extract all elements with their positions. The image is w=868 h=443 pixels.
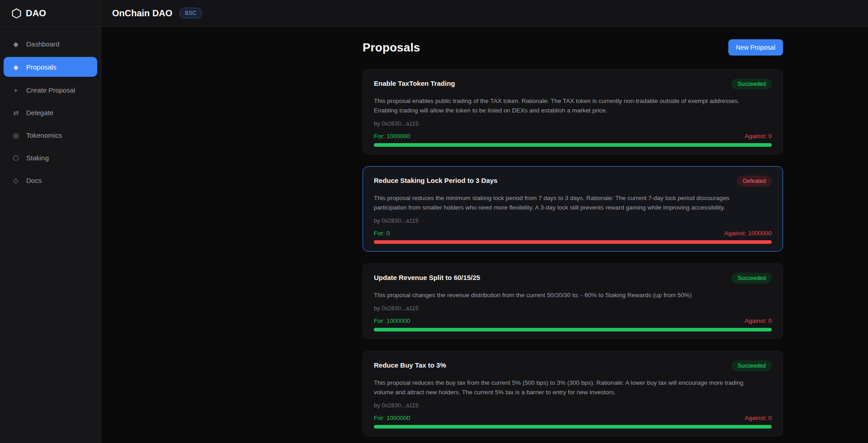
- status-badge: Succeeded: [731, 360, 772, 371]
- proposal-card[interactable]: Update Revenue Split to 60/15/25 Succeed…: [363, 263, 783, 339]
- proposal-author: by 0x2830...a115: [374, 402, 772, 409]
- proposal-card-header: Reduce Buy Tax to 3% Succeeded: [374, 361, 772, 371]
- sidebar-item-label: Staking: [26, 154, 49, 162]
- against-votes-label: Against: 0: [745, 415, 772, 421]
- vote-progress-bar: [374, 425, 772, 429]
- staking-hexagon-icon: ⬡: [11, 154, 20, 161]
- sidebar-item-tokenomics[interactable]: ◎ Tokenomics: [4, 126, 97, 145]
- proposal-author: by 0x2830...a115: [374, 305, 772, 312]
- sidebar-item-label: Dashboard: [26, 40, 59, 48]
- proposal-card-header: Enable TaxToken Trading Succeeded: [374, 79, 772, 89]
- proposal-description: This proposal changes the revenue distri…: [374, 290, 763, 300]
- delegate-arrows-icon: ⇄: [11, 109, 20, 116]
- vote-progress-bar: [374, 240, 772, 244]
- sidebar-item-label: Create Proposal: [26, 86, 75, 94]
- network-badge: BSC: [179, 8, 202, 19]
- for-bar-segment: [374, 143, 772, 147]
- votes-row: For: 1000000 Against: 0: [374, 133, 772, 140]
- new-proposal-button[interactable]: New Proposal: [728, 39, 783, 56]
- page-title: Proposals: [363, 41, 420, 55]
- proposals-diamond-icon: ◈: [11, 64, 20, 70]
- brand[interactable]: DAO: [0, 0, 101, 27]
- dashboard-diamond-icon: ◆: [11, 41, 20, 47]
- status-badge: Defeated: [737, 176, 772, 187]
- app-title: OnChain DAO: [112, 8, 172, 19]
- for-votes-label: For: 1000000: [374, 415, 410, 421]
- vote-progress-bar: [374, 328, 772, 331]
- proposal-title: Enable TaxToken Trading: [374, 79, 455, 87]
- votes-row: For: 1000000 Against: 0: [374, 415, 772, 421]
- votes-row: For: 0 Against: 1000000: [374, 230, 772, 237]
- plus-icon: +: [11, 87, 20, 93]
- proposal-author: by 0x2830...a115: [374, 217, 772, 224]
- sidebar-nav: ◆ Dashboard ◈ Proposals + Create Proposa…: [0, 27, 101, 201]
- for-votes-label: For: 1000000: [374, 133, 410, 140]
- status-badge: Succeeded: [731, 79, 772, 89]
- for-bar-segment: [374, 425, 772, 429]
- for-bar-segment: [374, 328, 772, 331]
- tokenomics-target-icon: ◎: [11, 132, 20, 139]
- main-area: Proposals New Proposal Enable TaxToken T…: [101, 27, 868, 443]
- sidebar-item-proposals[interactable]: ◈ Proposals: [4, 57, 97, 77]
- sidebar-item-label: Proposals: [26, 63, 57, 71]
- proposal-title: Reduce Buy Tax to 3%: [374, 361, 446, 369]
- topbar: OnChain DAO BSC: [101, 0, 868, 27]
- proposal-card[interactable]: Reduce Buy Tax to 3% Succeeded This prop…: [363, 351, 783, 436]
- proposal-card-header: Reduce Staking Lock Period to 3 Days Def…: [374, 177, 772, 187]
- against-bar-segment: [374, 240, 772, 244]
- status-badge: Succeeded: [731, 273, 772, 284]
- sidebar-item-delegate[interactable]: ⇄ Delegate: [4, 103, 97, 122]
- proposal-card[interactable]: Enable TaxToken Trading Succeeded This p…: [363, 69, 783, 154]
- vote-progress-bar: [374, 143, 772, 147]
- proposal-title: Reduce Staking Lock Period to 3 Days: [374, 177, 497, 184]
- proposal-author: by 0x2830...a115: [374, 120, 772, 127]
- sidebar: DAO ◆ Dashboard ◈ Proposals + Create Pro…: [0, 0, 101, 443]
- right-column: OnChain DAO BSC Proposals New Proposal E…: [101, 0, 868, 443]
- brand-name: DAO: [26, 8, 46, 19]
- heading-row: Proposals New Proposal: [363, 39, 783, 56]
- docs-diamond-icon: ◇: [11, 177, 20, 184]
- sidebar-item-label: Tokenomics: [26, 131, 62, 139]
- hexagon-logo-icon: [12, 8, 21, 19]
- votes-row: For: 1000000 Against: 0: [374, 317, 772, 324]
- proposal-description: This proposal reduces the minimum stakin…: [374, 193, 763, 212]
- proposal-list: Enable TaxToken Trading Succeeded This p…: [363, 69, 783, 443]
- sidebar-item-label: Delegate: [26, 109, 53, 117]
- sidebar-item-staking[interactable]: ⬡ Staking: [4, 148, 97, 167]
- for-votes-label: For: 0: [374, 230, 390, 237]
- sidebar-item-docs[interactable]: ◇ Docs: [4, 171, 97, 190]
- sidebar-item-create-proposal[interactable]: + Create Proposal: [4, 80, 97, 99]
- proposal-card-header: Update Revenue Split to 60/15/25 Succeed…: [374, 274, 772, 284]
- proposal-card[interactable]: Reduce Staking Lock Period to 3 Days Def…: [363, 166, 783, 252]
- against-votes-label: Against: 0: [745, 133, 772, 140]
- proposals-content: Proposals New Proposal Enable TaxToken T…: [363, 27, 783, 443]
- proposal-description: This proposal reduces the buy tax from t…: [374, 378, 763, 397]
- proposal-title: Update Revenue Split to 60/15/25: [374, 274, 480, 281]
- against-votes-label: Against: 0: [745, 317, 772, 324]
- sidebar-item-dashboard[interactable]: ◆ Dashboard: [4, 34, 97, 53]
- proposal-description: This proposal enables public trading of …: [374, 96, 763, 115]
- sidebar-item-label: Docs: [26, 177, 42, 184]
- for-votes-label: For: 1000000: [374, 317, 410, 324]
- against-votes-label: Against: 1000000: [724, 230, 772, 237]
